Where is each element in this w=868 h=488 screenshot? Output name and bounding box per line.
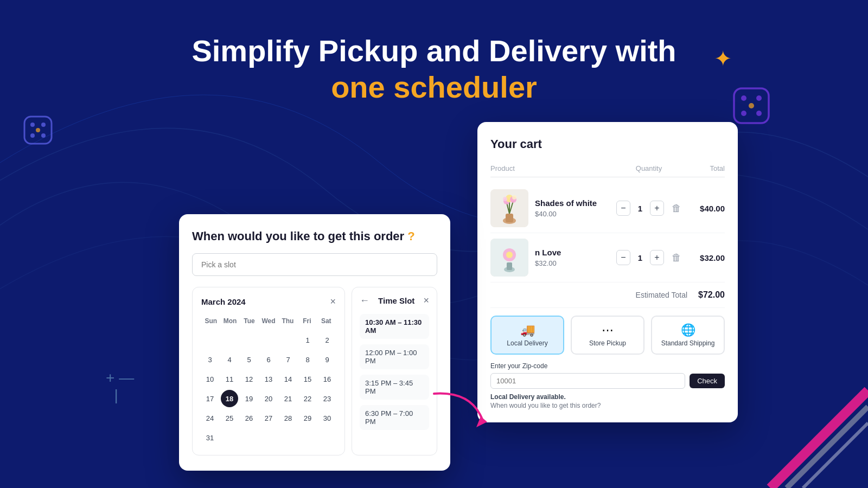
calendar-day-cell[interactable]: 27 [260, 409, 277, 427]
col-product: Product [490, 164, 616, 172]
arrow-decoration [429, 388, 494, 434]
calendar-day-cell[interactable]: 31 [201, 429, 219, 446]
calendar-day-cell[interactable]: 2 [318, 331, 336, 349]
cart-item-name: n Love [535, 248, 561, 257]
calendar-day-cell[interactable]: 9 [318, 351, 336, 368]
zip-input[interactable] [490, 373, 685, 389]
calendar-day-cell[interactable]: 29 [299, 409, 316, 427]
qty-control: − 1 + 🗑 [616, 201, 681, 216]
qty-increase-btn[interactable]: + [650, 250, 664, 265]
svg-rect-31 [507, 262, 512, 270]
cart-item-total: $32.00 [681, 253, 725, 262]
cart-item-total: $40.00 [681, 204, 725, 213]
calendar-day-cell[interactable]: 30 [318, 409, 336, 427]
hero-section: Simplify Pickup and Delivery with one sc… [0, 33, 868, 105]
calendar-day-cell[interactable]: 21 [279, 390, 297, 407]
svg-point-12 [741, 111, 746, 116]
delivery-option-store[interactable]: ⋯ Store Pickup [571, 316, 644, 355]
calendar-day-cell[interactable]: 20 [260, 390, 277, 407]
calendar-day-cell [279, 429, 297, 446]
delivery-option-local[interactable]: 🚚 Local Delivery [490, 316, 564, 355]
delete-item-btn[interactable]: 🗑 [672, 203, 681, 214]
calendar-day-cell [318, 429, 336, 446]
calendar-day-cell[interactable]: 25 [221, 409, 238, 427]
calendar-day-cell [221, 429, 238, 446]
estimated-label: Estimated Total [636, 291, 687, 299]
cart-item-details: Shades of white $40.00 [535, 198, 597, 218]
cart-title: Your cart [490, 137, 725, 151]
timeslot-close-btn[interactable]: × [423, 295, 429, 306]
plus-cross-decoration: + — | [106, 369, 134, 404]
calendar-day-cell[interactable]: 7 [279, 351, 297, 368]
qty-decrease-btn[interactable]: − [616, 250, 630, 265]
hero-title-line1: Simplify Pickup and Delivery with [0, 33, 868, 69]
zip-check-btn[interactable]: Check [690, 374, 725, 388]
calendar-header: March 2024 × [201, 296, 336, 307]
svg-point-26 [512, 195, 516, 200]
calendar-day-cell[interactable]: 1 [299, 331, 316, 349]
calendar-days-header: SunMonTueWedThuFriSat [201, 315, 336, 327]
svg-line-0 [770, 390, 868, 488]
calendar-day-cell[interactable]: 24 [201, 409, 219, 427]
svg-point-13 [756, 111, 762, 116]
calendar-day-cell[interactable]: 18 [221, 390, 238, 407]
qty-value: 1 [635, 253, 646, 262]
timeslot-title: Time Slot [378, 296, 414, 305]
svg-point-29 [506, 252, 513, 258]
store-pickup-icon: ⋯ [576, 323, 639, 337]
calendar-day-cell[interactable]: 17 [201, 390, 219, 407]
cart-item-subprice: $32.00 [535, 259, 561, 267]
timeslot-item[interactable]: 6:30 PM – 7:00 PM [360, 405, 429, 430]
estimated-value: $72.00 [698, 290, 725, 300]
calendar-day-cell [221, 331, 238, 349]
delivery-options: 🚚 Local Delivery ⋯ Store Pickup 🌐 Standa… [490, 316, 725, 355]
calendar-day-cell[interactable]: 26 [240, 409, 258, 427]
calendar-day-cell[interactable]: 10 [201, 370, 219, 388]
calendar-day-cell[interactable]: 16 [318, 370, 336, 388]
timeslot-header: ← Time Slot × [360, 295, 429, 306]
cart-item: Shades of white $40.00 − 1 + 🗑 $40.00 [490, 184, 725, 233]
qty-decrease-btn[interactable]: − [616, 201, 630, 216]
zip-row: Check [490, 373, 725, 389]
timeslot-item[interactable]: 10:30 AM – 11:30 AM [360, 314, 429, 339]
calendar-day-cell[interactable]: 11 [221, 370, 238, 388]
calendar-day-cell [260, 331, 277, 349]
calendar-day-cell [240, 429, 258, 446]
calendar-day-cell[interactable]: 5 [240, 351, 258, 368]
calendar-day-cell[interactable]: 4 [221, 351, 238, 368]
delivery-option-standard[interactable]: 🌐 Standard Shipping [651, 316, 725, 355]
qty-increase-btn[interactable]: + [650, 201, 664, 216]
calendar-day-cell[interactable]: 12 [240, 370, 258, 388]
calendar-close-btn[interactable]: × [330, 296, 336, 307]
timeslot-item[interactable]: 12:00 PM – 1:00 PM [360, 344, 429, 369]
calendar-grid[interactable]: 1234567891011121314151617181920212223242… [201, 331, 336, 446]
zip-section: Enter your Zip-code Check Local Delivery… [490, 362, 725, 409]
hero-title-line2: one scheduler [0, 69, 868, 105]
calendar-day-cell[interactable]: 3 [201, 351, 219, 368]
slot-input[interactable] [192, 253, 437, 276]
calendar-day-name: Mon [220, 315, 239, 327]
calendar-month: March 2024 [201, 297, 246, 306]
timeslot-item[interactable]: 3:15 PM – 3:45 PM [360, 375, 429, 400]
calendar-day-cell[interactable]: 28 [279, 409, 297, 427]
scheduler-panels: March 2024 × SunMonTueWedThuFriSat 12345… [192, 287, 437, 455]
qty-value: 1 [635, 204, 646, 213]
delivery-available: Local Delivery available. [490, 393, 725, 401]
calendar-day-cell[interactable]: 6 [260, 351, 277, 368]
cart-item-details: n Love $32.00 [535, 248, 561, 267]
timeslot-back-btn[interactable]: ← [360, 295, 369, 306]
calendar-day-cell [201, 331, 219, 349]
calendar-day-cell[interactable]: 13 [260, 370, 277, 388]
cart-item-info: n Love $32.00 [490, 239, 616, 277]
calendar-day-cell[interactable]: 8 [299, 351, 316, 368]
calendar-day-cell[interactable]: 23 [318, 390, 336, 407]
cart-item-subprice: $40.00 [535, 210, 597, 218]
calendar-day-cell[interactable]: 14 [279, 370, 297, 388]
standard-shipping-label: Standard Shipping [656, 339, 719, 347]
svg-point-7 [41, 133, 46, 138]
calendar-day-cell[interactable]: 22 [299, 390, 316, 407]
calendar-day-cell[interactable]: 19 [240, 390, 258, 407]
calendar-day-cell[interactable]: 15 [299, 370, 316, 388]
standard-shipping-icon: 🌐 [656, 323, 719, 337]
delete-item-btn[interactable]: 🗑 [672, 252, 681, 264]
